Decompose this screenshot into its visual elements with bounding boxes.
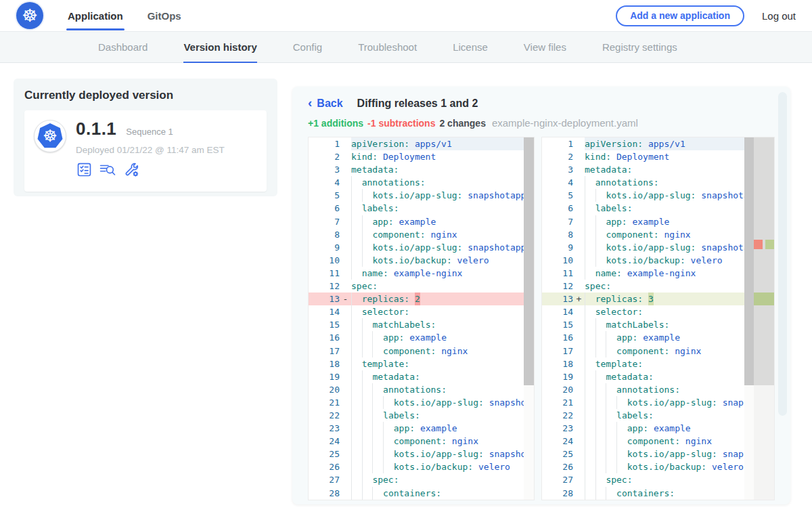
indent-guide	[351, 228, 362, 241]
indent-guide	[595, 370, 606, 383]
diff-marker	[340, 176, 351, 189]
yaml-key: kots.io/backup:	[606, 254, 685, 267]
diff-marker	[340, 448, 351, 460]
indent-guide	[606, 460, 616, 473]
code-text: component: nginx	[351, 228, 534, 241]
indent-guide	[616, 460, 627, 473]
subnav-item-registry-settings[interactable]: Registry settings	[602, 32, 677, 62]
release-notes-icon[interactable]	[76, 161, 93, 178]
app-icon-badge: ☸	[34, 120, 66, 152]
diff-marker	[340, 150, 351, 163]
line-number: 10	[309, 254, 340, 267]
indent-guide	[606, 435, 616, 448]
indent-guide	[595, 473, 606, 486]
indent-guide	[362, 318, 373, 331]
code-text: kots.io/app-slug: snapshotapp-mu	[351, 241, 534, 254]
line-number: 13	[542, 292, 573, 305]
yaml-key: kots.io/backup:	[372, 254, 451, 267]
indent-guide	[372, 331, 383, 344]
yaml-value: velero	[685, 254, 723, 267]
subnav-item-troubleshoot[interactable]: Troubleshoot	[358, 32, 417, 62]
old-pane-scrollbar[interactable]	[524, 137, 534, 500]
code-line: 21kots.io/app-slug: snapshotap	[542, 396, 774, 409]
yaml-key: labels:	[362, 202, 399, 215]
yaml-value	[409, 292, 415, 305]
line-number: 23	[309, 422, 340, 435]
code-line: 2kind: Deployment	[542, 150, 774, 163]
indent-guide	[351, 396, 362, 409]
indent-guide	[616, 396, 627, 409]
topnav-tab-gitops[interactable]: GitOps	[146, 0, 183, 31]
yaml-key: kind:	[351, 150, 378, 163]
subnav-item-version-history[interactable]: Version history	[183, 32, 256, 62]
line-number: 10	[542, 254, 573, 267]
indent-guide	[616, 448, 627, 460]
indent-guide	[585, 202, 595, 215]
currently-deployed-card: Currently deployed version ☸ 0.1.1 Seque…	[14, 79, 277, 196]
diff-marker	[340, 435, 351, 448]
diff-marker	[573, 460, 585, 473]
kubernetes-wheel-icon: ☸	[22, 7, 37, 24]
code-line: 21kots.io/app-slug: snapshotap	[309, 396, 534, 409]
yaml-key: spec:	[606, 473, 632, 486]
code-text: app: example	[351, 331, 534, 344]
code-line: 8component: nginx	[309, 228, 534, 241]
code-text: kots.io/app-slug: snapshotap	[351, 396, 534, 409]
line-number: 9	[309, 241, 340, 254]
yaml-key: app:	[383, 331, 404, 344]
ruler-removed-mark	[754, 240, 763, 249]
code-text: labels:	[351, 202, 534, 215]
code-line: 6labels:	[309, 202, 534, 215]
indent-guide	[383, 460, 394, 473]
yaml-key: metadata:	[372, 370, 420, 383]
topnav-tab-application[interactable]: Application	[66, 0, 125, 31]
card-scrollbar[interactable]	[778, 92, 787, 416]
indent-guide	[595, 396, 606, 409]
indent-guide	[595, 487, 606, 500]
line-number: 12	[309, 280, 340, 292]
line-number: 2	[542, 150, 573, 163]
back-link[interactable]: ‹ Back	[308, 97, 343, 110]
subnav-item-view-files[interactable]: View files	[524, 32, 566, 62]
code-line: 24component: nginx	[309, 435, 534, 448]
config-wrench-icon[interactable]	[123, 161, 140, 178]
indent-guide	[383, 422, 394, 435]
line-number: 16	[309, 331, 340, 344]
line-number: 6	[309, 202, 340, 215]
diff-pane-new: 1apiVersion: apps/v12kind: Deployment3me…	[541, 137, 775, 500]
yaml-value: nginx	[659, 228, 691, 241]
yaml-key: containers:	[383, 487, 441, 500]
view-logs-icon[interactable]	[99, 161, 117, 178]
diff-marker	[573, 176, 585, 189]
diff-marker	[573, 370, 585, 383]
add-application-button[interactable]: Add a new application	[616, 5, 744, 26]
indent-guide	[372, 383, 383, 396]
code-text: spec:	[351, 473, 534, 486]
line-number: 23	[542, 422, 573, 435]
diff-release-card: ‹ Back Diffing releases 1 and 2 +1 addit…	[292, 87, 790, 504]
diff-marker	[573, 254, 585, 267]
yaml-key: spec:	[585, 280, 611, 292]
yaml-value: velero	[473, 460, 510, 473]
yaml-key: kots.io/app-slug:	[627, 448, 717, 460]
code-line: 13+replicas: 3	[542, 292, 774, 305]
logout-button[interactable]: Log out	[762, 10, 796, 22]
diff-marker	[573, 383, 585, 396]
subnav-item-license[interactable]: License	[453, 32, 488, 62]
code-text: kots.io/backup: velero	[351, 460, 534, 473]
yaml-value: Deployment	[378, 150, 436, 163]
code-line: 12spec:	[542, 280, 774, 292]
yaml-value: apps/v1	[409, 137, 452, 150]
yaml-key: apiVersion:	[351, 137, 409, 150]
subtractions-count: -1 subtractions	[367, 118, 435, 129]
line-number: 11	[542, 267, 573, 280]
diff-marker	[340, 345, 351, 358]
subnav-item-dashboard[interactable]: Dashboard	[98, 32, 148, 62]
new-pane-scrollbar[interactable]	[744, 137, 754, 500]
indent-guide	[585, 292, 595, 305]
subnav-item-config[interactable]: Config	[293, 32, 322, 62]
additions-count: +1 additions	[308, 118, 363, 129]
kubernetes-app-icon: ☸	[37, 123, 63, 149]
code-line: 16app: example	[309, 331, 534, 344]
yaml-value: velero	[706, 460, 744, 473]
